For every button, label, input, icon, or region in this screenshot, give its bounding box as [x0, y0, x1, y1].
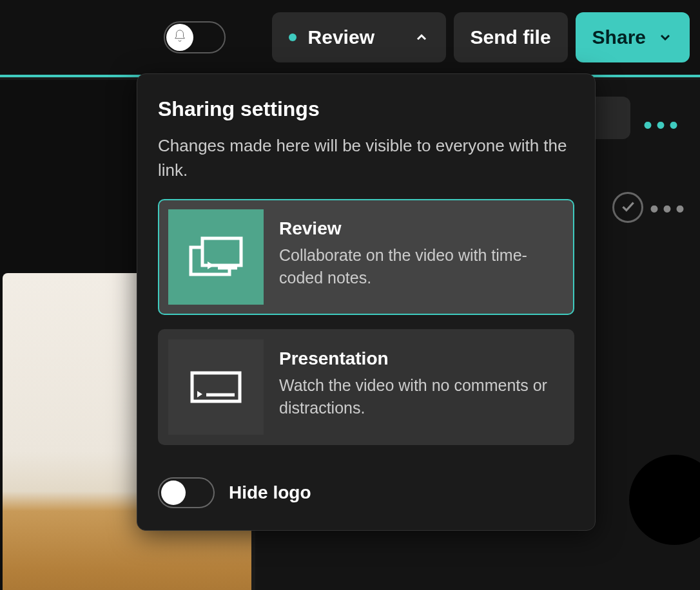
item-more-menu-icon[interactable]: ••• [650, 195, 688, 224]
floating-action-button[interactable] [629, 455, 700, 545]
presentation-option-icon [168, 339, 264, 435]
chevron-up-icon [414, 30, 429, 45]
review-option-desc: Collaborate on the video with time-coded… [279, 244, 558, 289]
status-dot-icon [289, 33, 297, 41]
notifications-toggle[interactable] [164, 21, 226, 53]
mark-complete-button[interactable] [612, 192, 643, 223]
svg-marker-5 [197, 391, 202, 397]
popup-title: Sharing settings [158, 97, 574, 121]
more-menu-icon[interactable]: ••• [643, 111, 682, 140]
review-option-icon [168, 209, 264, 305]
svg-rect-4 [192, 373, 240, 401]
hide-logo-row: Hide logo [158, 477, 574, 508]
bell-icon [173, 29, 187, 46]
review-dropdown-label: Review [308, 26, 374, 48]
popup-description: Changes made here will be visible to eve… [158, 134, 574, 182]
review-option-title: Review [279, 218, 558, 239]
presentation-option-desc: Watch the video with no comments or dist… [279, 374, 558, 419]
hide-logo-toggle-knob [161, 481, 186, 505]
sharing-option-review[interactable]: Review Collaborate on the video with tim… [158, 199, 574, 315]
sharing-option-presentation[interactable]: Presentation Watch the video with no com… [158, 329, 574, 445]
svg-rect-1 [202, 238, 241, 265]
share-button[interactable]: Share [576, 12, 690, 62]
check-icon [619, 198, 636, 217]
presentation-option-title: Presentation [279, 348, 558, 369]
share-label: Share [592, 26, 646, 48]
sharing-settings-popup: Sharing settings Changes made here will … [137, 73, 596, 531]
top-toolbar: Review Send file Share [0, 0, 700, 77]
send-file-label: Send file [471, 26, 551, 48]
hide-logo-toggle[interactable] [158, 477, 215, 508]
notifications-toggle-knob [166, 24, 193, 51]
send-file-button[interactable]: Send file [454, 12, 568, 62]
hide-logo-label: Hide logo [229, 482, 311, 503]
review-dropdown-button[interactable]: Review [272, 12, 446, 62]
chevron-down-icon [657, 30, 673, 45]
